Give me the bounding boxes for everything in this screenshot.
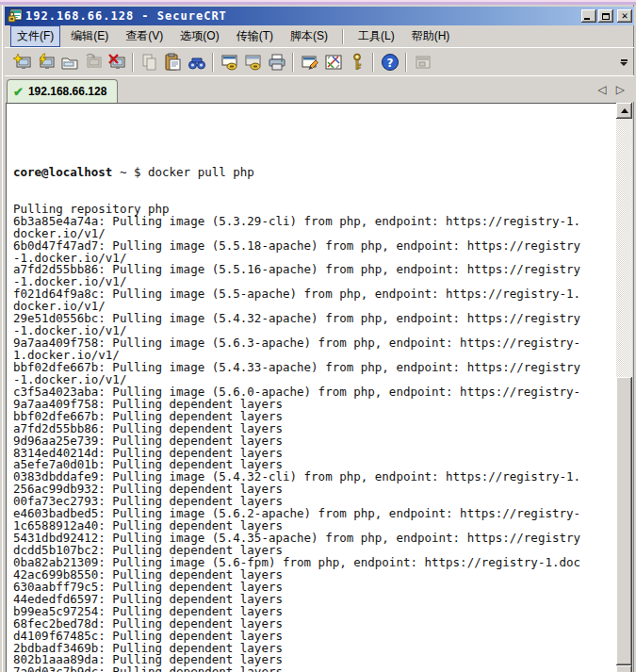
window-icon	[414, 53, 432, 72]
minimize-button[interactable]	[581, 9, 596, 23]
menu-item-transfer[interactable]: 传输(T)	[230, 25, 280, 47]
window-title: 192.168.66.128 - SecureCRT	[25, 9, 581, 23]
menu-item-file[interactable]: 文件(F)	[10, 25, 60, 47]
print-icon	[268, 53, 286, 72]
key-agent-icon	[348, 53, 367, 72]
title-bar[interactable]: 192.168.66.128 - SecureCRT ✕	[5, 7, 634, 25]
log-session-button[interactable]	[218, 50, 241, 74]
vertical-scrollbar[interactable]	[616, 103, 632, 672]
toolbar-separator	[405, 53, 407, 72]
find-icon	[188, 53, 206, 72]
raw-log-session-button[interactable]	[241, 50, 265, 74]
toolbar: ?	[5, 47, 634, 75]
quick-connect-icon	[13, 53, 32, 72]
scroll-down-button[interactable]	[616, 665, 632, 672]
session-tab-label: 192.168.66.128	[28, 85, 106, 98]
toolbar-overflow-button[interactable]	[617, 56, 630, 69]
prompt-line: core@localhost ~ $ docker pull php	[13, 167, 620, 179]
menu-item-edit[interactable]: 编辑(E)	[64, 25, 115, 47]
new-window-button-disabled[interactable]	[411, 50, 434, 74]
menu-item-help[interactable]: 帮助(H)	[405, 25, 457, 47]
global-options-icon	[324, 53, 343, 72]
terminal-line: 7a0d03c7b9dc: Pulling dependent layers	[13, 666, 620, 672]
tab-bar: ✔ 192.168.66.128 ◁ ▷	[5, 75, 634, 102]
paste-icon	[164, 53, 183, 72]
toolbar-separator	[292, 53, 294, 72]
menu-separator	[342, 29, 344, 44]
terminal-output: core@localhost ~ $ docker pull php Pulli…	[13, 142, 620, 672]
menu-bar: 文件(F) 编辑(E) 查看(V) 选项(O) 传输(T) 脚本(S) 工具(L…	[5, 25, 634, 47]
toolbar-separator	[212, 53, 214, 72]
reconnect-button[interactable]	[81, 50, 105, 74]
session-options-icon	[301, 53, 319, 72]
prompt-command: ~ $ docker pull php	[112, 165, 254, 179]
connected-check-icon: ✔	[13, 85, 24, 99]
prompt-user-host: core@localhost	[13, 165, 112, 179]
scrollbar-thumb[interactable]	[616, 377, 632, 665]
toolbar-separator	[372, 53, 374, 72]
maximize-button[interactable]	[598, 9, 613, 23]
global-options-button[interactable]	[321, 50, 345, 74]
connect-in-tab-button[interactable]	[57, 50, 81, 74]
connect-icon	[37, 53, 56, 72]
raw-log-session-icon	[244, 53, 263, 72]
connect-button[interactable]	[34, 50, 57, 74]
menu-item-tools[interactable]: 工具(L)	[351, 25, 401, 47]
print-button[interactable]	[265, 50, 288, 74]
svg-text:?: ?	[386, 56, 393, 69]
disconnect-button[interactable]	[105, 50, 128, 74]
session-options-button[interactable]	[298, 50, 321, 74]
arrow-up-icon	[621, 108, 628, 113]
chevron-down-icon	[620, 62, 628, 66]
copy-icon	[140, 53, 159, 72]
paste-button[interactable]	[161, 50, 185, 74]
key-agent-button[interactable]	[345, 50, 368, 74]
disconnect-icon	[107, 53, 126, 72]
help-icon: ?	[381, 53, 400, 72]
find-button[interactable]	[185, 50, 208, 74]
scroll-up-button[interactable]	[616, 103, 632, 119]
menu-item-options[interactable]: 选项(O)	[173, 25, 225, 47]
connect-in-tab-icon	[60, 53, 79, 72]
securecrt-app-icon	[8, 8, 23, 24]
tab-scroll-right-icon[interactable]: ▷	[616, 83, 625, 96]
copy-button[interactable]	[138, 50, 161, 74]
session-tab[interactable]: ✔ 192.168.66.128	[7, 79, 118, 103]
application-window: 192.168.66.128 - SecureCRT ✕ 文件(F) 编辑(E)…	[0, 5, 636, 672]
toolbar-separator	[132, 53, 134, 72]
log-session-icon	[220, 53, 239, 72]
quick-connect-button[interactable]	[10, 50, 34, 74]
tab-scroll-left-icon[interactable]: ◁	[598, 83, 607, 96]
help-button[interactable]: ?	[378, 50, 401, 74]
menu-item-view[interactable]: 查看(V)	[119, 25, 170, 47]
reconnect-icon	[84, 53, 103, 72]
close-button[interactable]: ✕	[617, 9, 632, 23]
securecrt-window: 192.168.66.128 - SecureCRT ✕ 文件(F) 编辑(E)…	[0, 0, 636, 672]
terminal-screen[interactable]: core@localhost ~ $ docker pull php Pulli…	[6, 103, 620, 672]
menu-item-script[interactable]: 脚本(S)	[284, 25, 334, 47]
